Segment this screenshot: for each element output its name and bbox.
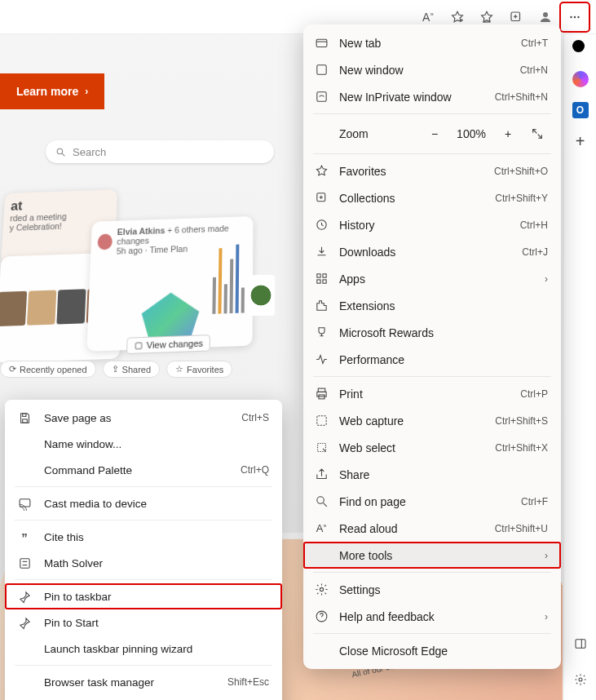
submenu-math-solver[interactable]: Math Solver	[5, 550, 282, 576]
menu-apps[interactable]: Apps ›	[303, 265, 561, 292]
promo-banner[interactable]: Learn more ›	[0, 73, 104, 109]
blank-icon	[16, 640, 33, 657]
menu-history[interactable]: History Ctrl+H	[303, 211, 561, 238]
web-select-icon	[313, 440, 329, 456]
menu-new-inprivate[interactable]: New InPrivate window Ctrl+Shift+N	[303, 83, 561, 110]
menu-close-edge[interactable]: Close Microsoft Edge	[303, 637, 561, 664]
learn-more-link[interactable]: Learn more	[16, 85, 78, 98]
svg-rect-18	[316, 39, 327, 47]
svg-rect-26	[316, 274, 320, 277]
svg-point-37	[320, 587, 323, 591]
svg-rect-27	[322, 274, 325, 277]
collections-icon	[313, 190, 329, 206]
menu-help[interactable]: Help and feedback ›	[303, 603, 561, 630]
add-sidebar-button[interactable]: +	[568, 129, 593, 153]
menu-zoom-row: Zoom − 100% +	[303, 117, 561, 150]
svg-rect-28	[316, 280, 320, 283]
zoom-label: Zoom	[339, 127, 369, 140]
menu-settings[interactable]: Settings	[303, 576, 561, 603]
menu-web-capture[interactable]: Web capture Ctrl+Shift+S	[303, 407, 561, 434]
svg-rect-40	[22, 413, 25, 416]
svg-point-4	[579, 678, 582, 681]
sidebar-toggle-button[interactable]	[568, 631, 593, 656]
chevron-right-icon: ›	[545, 273, 548, 285]
blank-icon	[313, 643, 329, 659]
svg-point-12	[570, 16, 572, 17]
svg-rect-39	[22, 419, 27, 422]
share-icon	[313, 467, 329, 483]
svg-line-16	[62, 153, 64, 156]
copilot-sidebar-button[interactable]	[568, 67, 593, 91]
fullscreen-button[interactable]	[527, 123, 548, 144]
svg-rect-30	[318, 388, 325, 392]
search-sidebar-button[interactable]	[568, 36, 593, 60]
save-icon	[16, 410, 33, 426]
submenu-pin-to-taskbar[interactable]: Pin to taskbar	[5, 583, 282, 609]
menu-find-on-page[interactable]: Find on page Ctrl+F	[303, 488, 561, 515]
more-tools-submenu: Save page as Ctrl+S Name window... Comma…	[5, 400, 282, 700]
menu-rewards[interactable]: Microsoft Rewards	[303, 319, 561, 346]
submenu-launch-pinning-wizard[interactable]: Launch taskbar pinning wizard	[5, 636, 282, 662]
submenu-cast-media[interactable]: Cast media to device	[5, 490, 282, 516]
apps-icon	[313, 271, 329, 287]
pin-icon	[16, 614, 33, 631]
chip-shared[interactable]: ⇪Shared	[103, 361, 160, 378]
search-placeholder: Search	[73, 146, 106, 158]
more-menu-button[interactable]	[560, 2, 589, 32]
submenu-name-window[interactable]: Name window...	[5, 431, 282, 457]
zoom-value: 100%	[453, 127, 489, 140]
menu-read-aloud[interactable]: A» Read aloud Ctrl+Shift+U	[303, 515, 561, 542]
download-icon	[313, 244, 329, 260]
submenu-pin-to-start[interactable]: Pin to Start	[5, 609, 282, 636]
read-aloud-icon: A»	[313, 521, 329, 537]
new-window-icon	[313, 62, 329, 78]
search-icon	[55, 147, 66, 157]
submenu-command-palette[interactable]: Command Palette Ctrl+Q	[5, 457, 282, 483]
page-search-box[interactable]: Search	[46, 140, 274, 163]
zoom-out-button[interactable]: −	[424, 123, 445, 144]
menu-share[interactable]: Share	[303, 461, 561, 488]
svg-rect-2	[576, 640, 585, 649]
print-icon	[313, 386, 329, 402]
svg-point-35	[316, 497, 324, 504]
svg-point-14	[577, 16, 579, 17]
menu-new-tab[interactable]: New tab Ctrl+T	[303, 29, 561, 56]
quote-icon: ”	[16, 529, 33, 545]
filter-chips: ⟳Recently opened ⇪Shared ☆Favorites	[0, 361, 232, 378]
history-icon	[313, 217, 329, 233]
gear-icon	[313, 582, 329, 598]
cast-icon	[16, 495, 33, 512]
svg-point-13	[574, 16, 576, 17]
pin-icon	[16, 588, 33, 605]
view-changes-button[interactable]: View changes	[126, 334, 210, 354]
svg-rect-21	[316, 92, 325, 101]
svg-rect-33	[316, 416, 325, 425]
chevron-right-icon: ›	[545, 550, 548, 561]
blank-icon	[313, 547, 329, 564]
submenu-developer-tools[interactable]: Developer tools Ctrl+Shift+I	[5, 695, 282, 700]
menu-web-select[interactable]: Web select Ctrl+Shift+X	[303, 434, 561, 461]
trophy-icon	[313, 325, 329, 341]
menu-performance[interactable]: Performance	[303, 346, 561, 373]
chip-recently-opened[interactable]: ⟳Recently opened	[0, 361, 96, 378]
inprivate-icon	[313, 89, 329, 105]
find-icon	[313, 494, 329, 510]
new-tab-icon	[313, 35, 329, 51]
menu-more-tools[interactable]: More tools ›	[303, 542, 561, 569]
submenu-save-page-as[interactable]: Save page as Ctrl+S	[5, 405, 282, 431]
menu-extensions[interactable]: Extensions	[303, 292, 561, 319]
settings-sidebar-button[interactable]	[568, 667, 593, 692]
menu-new-window[interactable]: New window Ctrl+N	[303, 56, 561, 83]
menu-collections[interactable]: Collections Ctrl+Shift+Y	[303, 184, 561, 211]
menu-downloads[interactable]: Downloads Ctrl+J	[303, 238, 561, 265]
performance-icon	[313, 352, 329, 368]
menu-print[interactable]: Print Ctrl+P	[303, 380, 561, 407]
product-thumb	[228, 246, 294, 344]
chip-favorites[interactable]: ☆Favorites	[166, 361, 232, 378]
svg-rect-41	[20, 498, 30, 506]
menu-favorites[interactable]: Favorites Ctrl+Shift+O	[303, 157, 561, 184]
submenu-task-manager[interactable]: Browser task manager Shift+Esc	[5, 669, 282, 695]
submenu-cite-this[interactable]: ” Cite this	[5, 524, 282, 550]
zoom-in-button[interactable]: +	[497, 123, 519, 144]
outlook-sidebar-button[interactable]: O	[568, 98, 593, 122]
